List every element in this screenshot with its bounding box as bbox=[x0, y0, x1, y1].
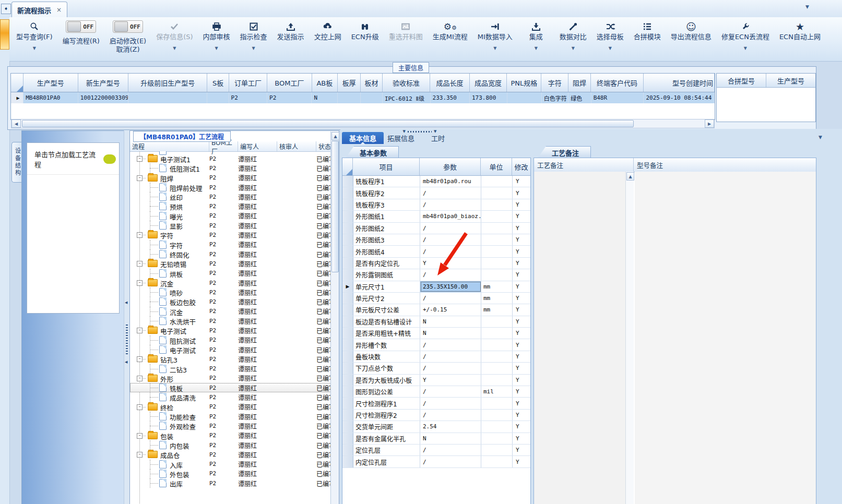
param-row-叠板块数[interactable]: 叠板块数/Y bbox=[342, 351, 530, 363]
toolbar-button-重选开料图[interactable]: 重选开料图 bbox=[387, 19, 424, 42]
toolbar-button-文控上网[interactable]: 文控上网 bbox=[313, 19, 343, 42]
remarks-vscrollbar[interactable]: ▲ bbox=[625, 172, 634, 504]
collapse-icon[interactable]: – bbox=[137, 156, 143, 162]
scroll-up-icon[interactable]: ▲ bbox=[331, 132, 339, 140]
chevron-down-icon[interactable]: ▼ bbox=[535, 46, 538, 52]
splitter-collapse-icon[interactable]: ◀ bbox=[125, 301, 127, 305]
tab-new-process-indication[interactable]: 新流程指示 × bbox=[11, 2, 67, 18]
tree-row-无铅喷锡[interactable]: –无铅喷锡P2谭丽红已编写 bbox=[130, 259, 331, 268]
param-row-单元尺寸1[interactable]: ▶单元尺寸1235.35X150.00mmY bbox=[342, 281, 530, 293]
column-header-型号创建时间[interactable]: 型号创建时间 bbox=[644, 74, 715, 92]
tree-row-外包装[interactable]: 外包装P2谭丽红已编写 bbox=[130, 469, 331, 478]
param-value[interactable]: +/-0.15 bbox=[420, 304, 481, 315]
side-col-merge-model[interactable]: 合拼型号 bbox=[717, 74, 766, 87]
param-row-图形到边公差[interactable]: 图形到边公差/milY bbox=[342, 386, 530, 398]
tree-row-阻抗测试[interactable]: 阻抗测试P2谭丽红已编写 bbox=[130, 335, 331, 345]
param-value[interactable]: / bbox=[420, 456, 481, 467]
toolbar-button-修复ECN丢流程[interactable]: 修复ECN丢流程▼ bbox=[720, 19, 771, 53]
param-row-外形露铜图纸[interactable]: 外形露铜图纸/Y bbox=[342, 269, 530, 281]
tree-row-字符[interactable]: 字符P2谭丽红已编写 bbox=[130, 240, 331, 249]
tree-row-低阻测试1[interactable]: 低阻测试1P2谭丽红已编写 bbox=[130, 163, 331, 173]
splitter-grip[interactable] bbox=[126, 325, 128, 356]
tree-row-阻焊前处理[interactable]: 阻焊前处理P2谭丽红已编写 bbox=[130, 183, 331, 192]
chevron-down-icon[interactable]: ▼ bbox=[33, 46, 36, 52]
column-header-S板[interactable]: S板 bbox=[207, 74, 229, 92]
column-header-升级前旧生产型号[interactable]: 升级前旧生产型号 bbox=[128, 74, 207, 92]
tree-row-板边包胶[interactable]: 板边包胶P2谭丽红已编写 bbox=[130, 297, 331, 306]
toolbar-button-生成MI流程[interactable]: ⚙⚙生成MI流程 bbox=[431, 19, 469, 42]
param-row-尺寸检测程序2[interactable]: 尺寸检测程序2/Y bbox=[342, 410, 530, 421]
tab-extended-info[interactable]: 拓展信息 bbox=[380, 132, 422, 144]
chevron-down-icon[interactable]: ▼ bbox=[173, 46, 176, 52]
params-col-单位[interactable]: 单位 bbox=[481, 158, 512, 175]
chevron-down-icon[interactable]: ▼ bbox=[252, 46, 255, 52]
tree-col-BOM工厂[interactable]: BOM工厂 bbox=[209, 141, 238, 151]
param-value[interactable]: N bbox=[420, 316, 481, 327]
close-icon[interactable]: × bbox=[56, 6, 62, 14]
param-value[interactable]: / bbox=[420, 199, 481, 210]
vscroll-thumb[interactable] bbox=[331, 141, 339, 272]
param-value[interactable]: / bbox=[420, 410, 481, 421]
param-row-尺寸检测程序1[interactable]: 尺寸检测程序1/Y bbox=[342, 398, 530, 409]
param-value[interactable]: N bbox=[420, 328, 481, 339]
param-row-交货单元间距[interactable]: 交货单元间距2.54Y bbox=[342, 421, 530, 433]
toolbar-button-导出流程信息[interactable]: ☺导出流程信息 bbox=[669, 19, 713, 42]
column-header-新生产型号[interactable]: 新生产型号 bbox=[78, 74, 128, 92]
tree-row-钻孔3[interactable]: –钻孔3P2谭丽红已编写 bbox=[130, 354, 331, 364]
tab-device-structure[interactable]: 设备结构 bbox=[11, 142, 22, 183]
detail-dropdown-icon[interactable]: ▼ bbox=[819, 135, 822, 140]
column-header-PNL规格[interactable]: PNL规格 bbox=[507, 74, 541, 92]
tree-col-核审人[interactable]: 核审人 bbox=[277, 141, 316, 151]
param-value[interactable]: / bbox=[420, 234, 481, 245]
collapse-icon[interactable]: – bbox=[137, 280, 143, 286]
chevron-down-icon[interactable]: ▼ bbox=[609, 46, 612, 52]
params-col-项目[interactable]: 项目 bbox=[353, 158, 420, 175]
column-header-BOM工厂[interactable]: BOM工厂 bbox=[267, 74, 312, 92]
tree-row-功能检查[interactable]: 功能检查P2谭丽红已编写 bbox=[130, 412, 331, 421]
pin-panel-icon[interactable]: ➧ bbox=[1, 4, 11, 14]
toolbar-button-集成[interactable]: 集成▼ bbox=[521, 19, 551, 53]
tree-col-编写人[interactable]: 编写人 bbox=[238, 141, 277, 151]
tree-row-电子测试[interactable]: –电子测试P2谭丽红已编写 bbox=[130, 326, 331, 335]
param-row-定位孔层[interactable]: 定位孔层/Y bbox=[342, 445, 530, 456]
param-value[interactable]: / bbox=[420, 445, 481, 455]
tree-row-沉金[interactable]: 沉金P2谭丽红已编写 bbox=[130, 307, 331, 316]
model-table-hscrollbar[interactable]: ◀ ▶ bbox=[11, 119, 715, 128]
collapse-icon[interactable]: – bbox=[137, 232, 143, 238]
scroll-left-icon[interactable]: ◀ bbox=[11, 119, 21, 128]
toolbar-button-发送指示[interactable]: 发送指示 bbox=[276, 19, 306, 42]
column-header-板材[interactable]: 板材 bbox=[361, 74, 382, 92]
param-row-外形图纸2[interactable]: 外形图纸2/Y bbox=[342, 223, 530, 234]
param-row-板边是否有钻槽设计[interactable]: 板边是否有钻槽设计NY bbox=[342, 316, 530, 328]
tree-row-曝光[interactable]: 曝光P2谭丽红已编写 bbox=[130, 211, 331, 221]
param-value[interactable]: / bbox=[420, 339, 481, 350]
param-row-内定位孔层[interactable]: 内定位孔层/Y bbox=[342, 456, 530, 467]
chevron-down-icon[interactable]: ▼ bbox=[744, 46, 747, 52]
splitter-collapse-icon[interactable]: ◀ bbox=[125, 360, 127, 364]
param-row-单元板尺寸公差[interactable]: 单元板尺寸公差+/-0.15mmY bbox=[342, 304, 530, 316]
param-row-铣板程序2[interactable]: 铣板程序2/Y bbox=[342, 187, 530, 199]
tree-row-阻焊[interactable]: –阻焊P2谭丽红已编写 bbox=[130, 173, 331, 183]
param-row-铣板程序1[interactable]: 铣板程序1mb48r01pa0.rouY bbox=[342, 176, 530, 187]
toolbar-button-数据对比[interactable]: 数据对比▼ bbox=[558, 19, 588, 53]
toolbar-button-MI数据导入[interactable]: MI数据导入▼ bbox=[476, 19, 514, 53]
scroll-right-icon[interactable]: ▶ bbox=[705, 119, 714, 128]
param-row-单元尺寸2[interactable]: 单元尺寸2/mmY bbox=[342, 293, 530, 304]
param-row-铣板程序3[interactable]: 铣板程序3/Y bbox=[342, 199, 530, 211]
tabbar-dropdown-icon[interactable]: ▼ bbox=[805, 4, 809, 9]
tab-work-hours[interactable]: 工时 bbox=[424, 132, 452, 144]
params-col-参数[interactable]: 参数 bbox=[420, 158, 481, 175]
param-value[interactable]: Y bbox=[420, 258, 481, 269]
process-remarks-area[interactable]: ▲ bbox=[534, 172, 634, 504]
param-value[interactable]: / bbox=[420, 246, 481, 257]
tree-col-流程[interactable]: 流程 bbox=[130, 141, 209, 151]
tree-row-铣板[interactable]: 铣板P2谭丽红已编写 bbox=[130, 383, 331, 392]
tree-row-烘板[interactable]: 烘板P2谭丽红已编写 bbox=[130, 269, 331, 278]
param-row-外形图纸3[interactable]: 外形图纸3/Y bbox=[342, 234, 530, 246]
param-value[interactable]: N bbox=[420, 433, 481, 444]
toolbar-button-型号查询(F)[interactable]: 型号查询(F)▼ bbox=[15, 19, 54, 53]
tab-basic-info[interactable]: 基本信息 bbox=[342, 132, 384, 144]
param-value[interactable]: 235.35X150.00 bbox=[420, 281, 481, 292]
tree-row-电子测试[interactable]: 电子测试P2谭丽红已编写 bbox=[130, 345, 331, 354]
tree-row-终检[interactable]: –终检P2谭丽红已编写 bbox=[130, 402, 331, 412]
